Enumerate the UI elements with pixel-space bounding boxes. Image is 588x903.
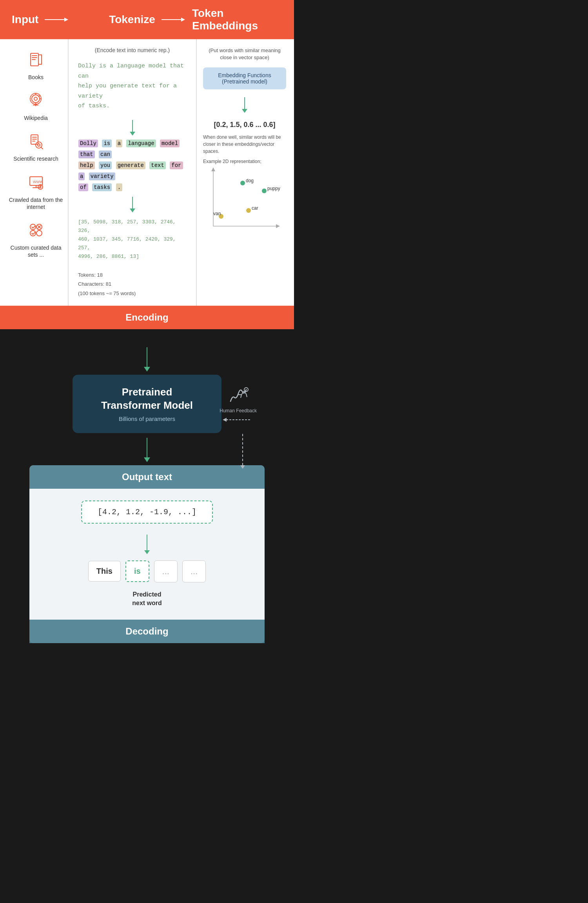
similar-words-text: When done well, similar words will be cl…	[203, 134, 286, 155]
tokenize-subtitle: (Encode text into numeric rep.)	[95, 47, 170, 53]
svg-text:WWW: WWW	[33, 180, 43, 184]
token-model: model	[160, 140, 180, 147]
human-feedback-icon	[227, 384, 250, 406]
input-item-scientific: Scientific research	[13, 132, 58, 162]
token-text: text	[149, 161, 166, 169]
header-input-title: Input	[12, 13, 38, 26]
pretrained-title: PretrainedTransformer Model	[92, 386, 202, 412]
tokenize-col: (Encode text into numeric rep.) Dolly is…	[69, 39, 196, 306]
svg-marker-41	[211, 167, 215, 171]
svg-point-32	[30, 224, 36, 230]
embeddings-subtitle: (Put words with similar meaningclose in …	[209, 47, 281, 61]
svg-marker-3	[181, 18, 185, 22]
arrow-down-3-icon	[242, 97, 247, 113]
word-token-ellipsis-1: ...	[154, 560, 178, 582]
crawled-label: Crawled data from the internet	[8, 196, 64, 210]
svg-text:puppy: puppy	[267, 186, 280, 191]
svg-marker-57	[223, 418, 227, 422]
token-a1: a	[116, 140, 122, 147]
token-approx: (100 tokens ~= 75 words)	[78, 289, 187, 298]
embeddings-col: (Put words with similar meaningclose in …	[196, 39, 294, 306]
word-token-is: is	[125, 560, 149, 582]
header-tokenize-title: Tokenize	[109, 13, 155, 26]
output-section: Output text [4.2, 1.2, -1.9, ...] This i…	[29, 465, 265, 643]
token-generate: generate	[116, 161, 145, 169]
pretrained-model-box: PretrainedTransformer Model Billions of …	[73, 375, 221, 433]
sample-text: Dolly is a language model that can help …	[78, 61, 187, 111]
svg-point-42	[240, 181, 245, 185]
custom-icon	[27, 221, 45, 241]
header-input-col: Input	[12, 13, 102, 26]
token-is: is	[102, 140, 112, 147]
output-header: Output text	[29, 465, 265, 489]
token-count: Tokens: 18	[78, 270, 187, 279]
header-arrow-1-icon	[45, 16, 68, 24]
svg-point-46	[246, 208, 251, 213]
svg-text:van: van	[213, 211, 221, 216]
svg-marker-1	[64, 18, 68, 22]
custom-label: Custom curated data sets ...	[8, 244, 64, 258]
wikipedia-label: Wikipedia	[24, 114, 48, 121]
token-of: of	[78, 183, 88, 191]
output-section-wrapper: Output text [4.2, 1.2, -1.9, ...] This i…	[29, 465, 265, 643]
token-tasks: tasks	[92, 183, 112, 191]
embedding-functions-box: Embedding Functions (Pretrained model)	[203, 67, 286, 89]
feedback-secondary-arrow	[240, 434, 245, 469]
input-item-books: Books	[27, 51, 45, 81]
encoding-bar: Encoding	[0, 306, 294, 329]
svg-text:car: car	[252, 205, 258, 211]
main-content: Books Wikipedia	[0, 39, 294, 306]
embedding-box-line1: Embedding Functions	[218, 72, 271, 78]
word-tokens-row: This is ... ...	[88, 560, 206, 582]
word-token-ellipsis-2: ...	[182, 560, 206, 582]
token-can: can	[99, 150, 112, 158]
human-feedback-area: Human Feedback	[220, 384, 257, 424]
decoding-label: Decoding	[125, 626, 168, 636]
word-token-this: This	[88, 561, 121, 582]
header-tokenize-col: Tokenize	[102, 13, 192, 26]
svg-point-11	[34, 97, 37, 100]
token-help: help	[78, 161, 95, 169]
token-language: language	[126, 140, 156, 147]
header-bar: Input Tokenize Token Embeddings	[0, 0, 294, 39]
input-item-crawled: WWW Crawled data from the internet	[8, 174, 64, 210]
encoding-label: Encoding	[125, 312, 168, 323]
svg-point-10	[32, 95, 40, 103]
top-section: Input Tokenize Token Embeddings	[0, 0, 294, 306]
pretrained-subtitle: Billions of parameters	[92, 415, 202, 422]
encoding-arrow-icon	[144, 347, 150, 372]
output-arrow-icon	[144, 535, 150, 554]
books-label: Books	[28, 74, 44, 81]
token-you: you	[99, 161, 112, 169]
token-variety: variety	[89, 172, 115, 180]
vector-values: [0.2, 1.5, 0.6 ... 0.6]	[214, 121, 275, 129]
diagram-section: PretrainedTransformer Model Billions of …	[0, 329, 294, 666]
svg-line-23	[41, 147, 43, 149]
decoding-bar: Decoding	[29, 620, 265, 643]
char-count: Characters: 81	[78, 279, 187, 288]
wikipedia-icon	[27, 92, 44, 111]
output-header-title: Output text	[122, 471, 172, 482]
token-a2: a	[78, 172, 85, 180]
token-for: for	[170, 161, 183, 169]
svg-line-54	[241, 395, 241, 398]
header-embeddings-col: Token Embeddings	[192, 7, 282, 32]
header-arrow-2-icon	[162, 16, 185, 24]
input-item-wikipedia: Wikipedia	[24, 92, 48, 121]
token-highlight-block: Dolly is a language model that can help …	[78, 138, 187, 193]
token-stats: Tokens: 18 Characters: 81 (100 tokens ~=…	[78, 270, 187, 298]
numeric-tokens: [35, 5098, 318, 257, 3303, 2746, 326, 46…	[78, 218, 187, 261]
example-2d-label: Example 2D representation;	[203, 159, 261, 164]
arrow-down-2-icon	[130, 197, 135, 212]
internet-icon: WWW	[27, 174, 45, 193]
svg-point-35	[36, 230, 42, 236]
human-feedback-label: Human Feedback	[220, 408, 257, 413]
output-body: [4.2, 1.2, -1.9, ...] This is ... ... Pr…	[29, 489, 265, 620]
output-vector-box: [4.2, 1.2, -1.9, ...]	[81, 500, 213, 524]
scientific-icon	[27, 132, 44, 152]
token-period: .	[116, 183, 122, 191]
input-sources-col: Books Wikipedia	[0, 39, 69, 306]
svg-marker-39	[276, 224, 280, 228]
scatter-plot: dog puppy car van	[205, 167, 284, 234]
model-output-arrow-icon	[144, 438, 150, 462]
